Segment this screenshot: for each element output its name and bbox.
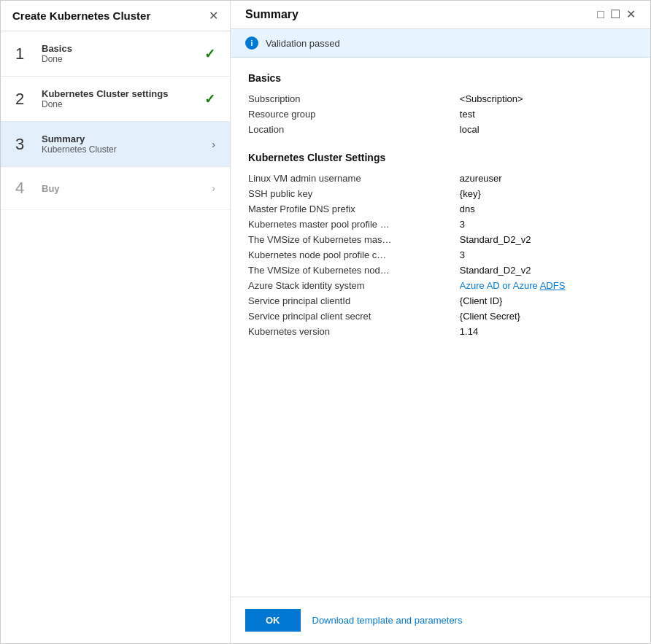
steps-list: 1 Basics Done ✓ 2 Kubernetes Cluster set… xyxy=(1,31,230,643)
step-info-2: Kubernetes Cluster settings Done xyxy=(42,88,204,109)
table-row: Resource group test xyxy=(248,106,633,122)
dialog-title: Create Kubernetes Cluster xyxy=(12,9,150,22)
k8s-label-vmsize-master: The VMSize of Kubernetes mas… xyxy=(248,232,460,247)
basics-value-resource-group: test xyxy=(460,106,633,122)
step-name-1: Basics xyxy=(42,43,204,54)
step-item-buy: 4 Buy › xyxy=(1,167,230,210)
k8s-value-vmsize-node: Standard_D2_v2 xyxy=(460,263,633,278)
step-number-3: 3 xyxy=(15,135,42,154)
k8s-value-client-secret: {Client Secret} xyxy=(460,309,633,324)
k8s-value-version: 1.14 xyxy=(460,324,633,339)
table-row: Location local xyxy=(248,122,633,137)
table-row: The VMSize of Kubernetes mas… Standard_D… xyxy=(248,232,633,247)
k8s-value-identity: Azure AD or Azure ADFS xyxy=(460,278,633,293)
step-status-2: Done xyxy=(42,99,204,109)
k8s-table: Linux VM admin username azureuser SSH pu… xyxy=(248,171,633,339)
dialog-wrapper: Create Kubernetes Cluster ✕ 1 Basics Don… xyxy=(0,0,651,644)
step-status-1: Done xyxy=(42,54,204,64)
basics-value-location: local xyxy=(460,122,633,137)
table-row: Azure Stack identity system Azure AD or … xyxy=(248,278,633,293)
basics-label-resource-group: Resource group xyxy=(248,106,460,122)
k8s-label-client-secret: Service principal client secret xyxy=(248,309,460,324)
basics-label-subscription: Subscription xyxy=(248,91,460,106)
step-check-1: ✓ xyxy=(204,46,215,62)
right-panel-title: Summary xyxy=(245,8,298,21)
download-template-link[interactable]: Download template and parameters xyxy=(312,615,463,626)
summary-content: Basics Subscription <Subscription> Resou… xyxy=(231,58,650,597)
table-row: Subscription <Subscription> xyxy=(248,91,633,106)
k8s-section-title: Kubernetes Cluster Settings xyxy=(248,152,633,163)
step-info-4: Buy xyxy=(42,183,212,194)
k8s-value-ssh: {key} xyxy=(460,186,633,201)
basics-label-location: Location xyxy=(248,122,460,137)
chevron-right-icon-4: › xyxy=(212,182,215,194)
table-row: Kubernetes master pool profile … 3 xyxy=(248,217,633,232)
right-footer: OK Download template and parameters xyxy=(231,597,650,643)
ok-button[interactable]: OK xyxy=(245,609,301,632)
k8s-value-admin: azureuser xyxy=(460,171,633,186)
table-row: Service principal client secret {Client … xyxy=(248,309,633,324)
table-row: Linux VM admin username azureuser xyxy=(248,171,633,186)
chevron-right-icon-3: › xyxy=(212,139,215,150)
k8s-value-client-id: {Client ID} xyxy=(460,293,633,309)
k8s-label-version: Kubernetes version xyxy=(248,324,460,339)
step-check-2: ✓ xyxy=(204,91,215,107)
step-item-k8s-settings[interactable]: 2 Kubernetes Cluster settings Done ✓ xyxy=(1,77,230,122)
maximize-button[interactable]: ☐ xyxy=(610,9,620,20)
k8s-label-admin: Linux VM admin username xyxy=(248,171,460,186)
close-button[interactable]: ✕ xyxy=(209,10,218,22)
table-row: SSH public key {key} xyxy=(248,186,633,201)
k8s-label-ssh: SSH public key xyxy=(248,186,460,201)
k8s-value-vmsize-master: Standard_D2_v2 xyxy=(460,232,633,247)
step-name-2: Kubernetes Cluster settings xyxy=(42,88,204,99)
basics-section-title: Basics xyxy=(248,72,633,84)
k8s-label-vmsize-node: The VMSize of Kubernetes nod… xyxy=(248,263,460,278)
k8s-value-master-pool: 3 xyxy=(460,217,633,232)
step-item-summary[interactable]: 3 Summary Kubernetes Cluster › xyxy=(1,122,230,167)
step-status-3: Kubernetes Cluster xyxy=(42,144,212,155)
close-right-button[interactable]: ✕ xyxy=(626,9,636,20)
info-icon: i xyxy=(245,36,258,50)
k8s-label-node-pool: Kubernetes node pool profile c… xyxy=(248,247,460,263)
step-number-2: 2 xyxy=(15,90,42,109)
table-row: Master Profile DNS prefix dns xyxy=(248,201,633,217)
step-name-3: Summary xyxy=(42,133,212,144)
step-info-3: Summary Kubernetes Cluster xyxy=(42,133,212,155)
table-row: Service principal clientId {Client ID} xyxy=(248,293,633,309)
left-panel: Create Kubernetes Cluster ✕ 1 Basics Don… xyxy=(1,1,231,643)
basics-table: Subscription <Subscription> Resource gro… xyxy=(248,91,633,137)
k8s-value-dns: dns xyxy=(460,201,633,217)
k8s-label-master-pool: Kubernetes master pool profile … xyxy=(248,217,460,232)
k8s-value-node-pool: 3 xyxy=(460,247,633,263)
k8s-label-dns: Master Profile DNS prefix xyxy=(248,201,460,217)
right-panel: Summary □ ☐ ✕ i Validation passed Basics… xyxy=(231,1,650,643)
step-number-1: 1 xyxy=(15,44,42,63)
basics-value-subscription: <Subscription> xyxy=(460,91,633,106)
left-header: Create Kubernetes Cluster ✕ xyxy=(1,1,230,31)
k8s-label-identity: Azure Stack identity system xyxy=(248,278,460,293)
table-row: Kubernetes version 1.14 xyxy=(248,324,633,339)
step-name-4: Buy xyxy=(42,183,212,194)
step-number-4: 4 xyxy=(15,179,42,198)
table-row: Kubernetes node pool profile c… 3 xyxy=(248,247,633,263)
validation-text: Validation passed xyxy=(266,38,340,49)
window-controls: □ ☐ ✕ xyxy=(597,9,636,20)
minimize-button[interactable]: □ xyxy=(597,9,604,20)
validation-bar: i Validation passed xyxy=(231,29,650,58)
step-item-basics[interactable]: 1 Basics Done ✓ xyxy=(1,31,230,77)
table-row: The VMSize of Kubernetes nod… Standard_D… xyxy=(248,263,633,278)
k8s-label-client-id: Service principal clientId xyxy=(248,293,460,309)
step-info-1: Basics Done xyxy=(42,43,204,64)
right-header: Summary □ ☐ ✕ xyxy=(231,1,650,29)
